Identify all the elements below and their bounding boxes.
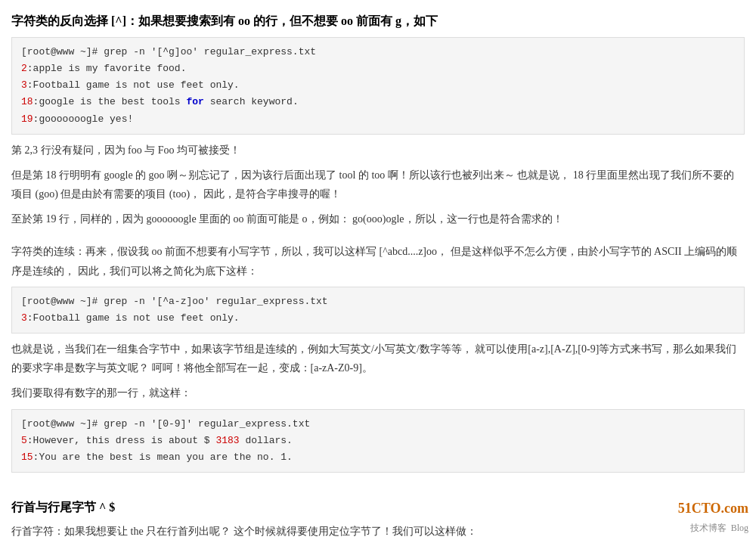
code-block-3: [root@www ~]# grep -n '[0-9]' regular_ex… xyxy=(11,409,745,473)
code2-line-3: 3:Football game is not use feet only. xyxy=(21,310,735,327)
watermark-sub1: 技术博客 xyxy=(690,523,727,533)
code3-line-5: 5:However, this dress is about $ 3183 do… xyxy=(21,433,735,449)
code-line-19: 19:gooooooogle yes! xyxy=(21,111,735,128)
section1-title: 字符类的反向选择 [^]：如果想要搜索到有 oo 的行，但不想要 oo 前面有 … xyxy=(11,11,745,31)
para6: 行首字符：如果我想要让 the 只在行首列出呢？ 这个时候就得要使用定位字节了！… xyxy=(11,522,745,541)
code-block-2: [root@www ~]# grep -n '[^a-z]oo' regular… xyxy=(11,287,745,334)
section2-intro: 字符类的连续：再来，假设我 oo 前面不想要有小写字节，所以，我可以这样写 [^… xyxy=(11,242,745,280)
para2: 但是第 18 行明明有 google 的 goo 咧～别忘记了，因为该行后面出现… xyxy=(11,166,745,203)
para5: 我们要取得有数字的那一行，就这样： xyxy=(11,383,745,402)
watermark: 51CTO.com 技术博客 Blog xyxy=(678,497,748,535)
watermark-sub: 技术博客 Blog xyxy=(678,520,748,535)
watermark-brand: 51CTO.com xyxy=(678,497,748,520)
para1: 第 2,3 行没有疑问，因为 foo 与 Foo 均可被接受！ xyxy=(11,141,745,160)
cmd-line-2: [root@www ~]# grep -n '[^a-z]oo' regular… xyxy=(21,293,735,310)
code-block-1: [root@www ~]# grep -n '[^g]oo' regular_e… xyxy=(11,37,745,134)
code-line-2: 2:apple is my favorite food. xyxy=(21,61,735,77)
cmd-line-1: [root@www ~]# grep -n '[^g]oo' regular_e… xyxy=(21,44,735,61)
para3: 至於第 19 行，同样的，因为 goooooogle 里面的 oo 前面可能是 … xyxy=(11,209,745,228)
para4: 也就是说，当我们在一组集合字节中，如果该字节组是连续的，例如大写英文/小写英文/… xyxy=(11,340,745,377)
code-line-3: 3:Football game is not use feet only. xyxy=(21,77,735,94)
watermark-sub2: Blog xyxy=(731,523,748,533)
section3-title: 行首与行尾字节 ^ $ xyxy=(11,497,745,517)
cmd-line-3: [root@www ~]# grep -n '[0-9]' regular_ex… xyxy=(21,416,735,433)
code-line-18: 18:google is the best tools for search k… xyxy=(21,94,735,110)
code3-line-15: 15:You are the best is mean you are the … xyxy=(21,449,735,466)
